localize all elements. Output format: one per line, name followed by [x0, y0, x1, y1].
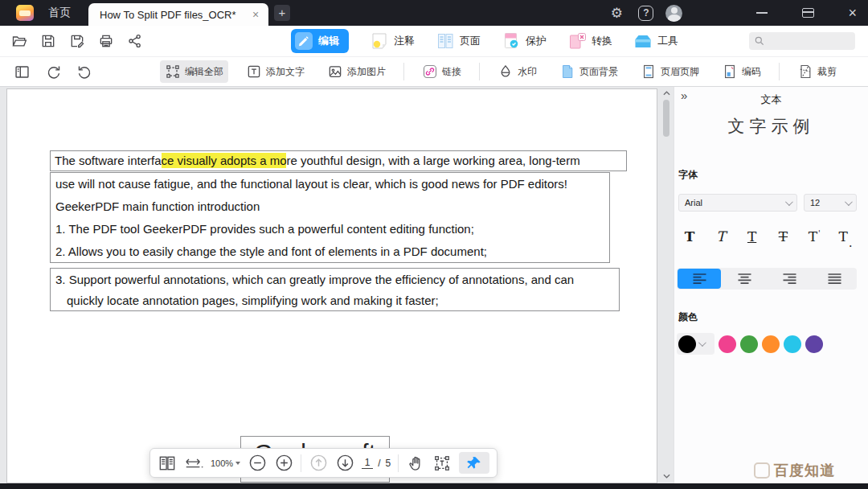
undo-button[interactable] — [76, 63, 93, 80]
document-canvas: The software interface visually adopts a… — [0, 87, 674, 483]
home-button[interactable]: 首页 — [48, 6, 71, 20]
color-swatch-orange[interactable] — [762, 335, 780, 353]
titlebar-controls: ⚙ ? × — [607, 5, 868, 22]
bates-numbering-button[interactable]: 编码 — [717, 60, 766, 83]
color-swatch-black[interactable] — [678, 335, 696, 353]
color-swatch-purple[interactable] — [805, 335, 823, 353]
zoom-in-button[interactable] — [274, 454, 293, 473]
link-button[interactable]: 链接 — [417, 60, 466, 83]
tab-edit-label: 编辑 — [318, 34, 339, 48]
print-button[interactable] — [98, 33, 114, 49]
pin-toolbar-button[interactable] — [459, 452, 489, 474]
tab-page[interactable]: 页面 — [436, 31, 481, 51]
bold-button[interactable]: T — [678, 228, 701, 249]
save-as-button[interactable] — [69, 33, 85, 49]
open-file-button[interactable] — [11, 33, 27, 49]
settings-gear-icon[interactable]: ⚙ — [607, 5, 626, 22]
bates-numbering-label: 编码 — [742, 65, 761, 79]
italic-button[interactable]: T — [710, 228, 732, 249]
color-swatch-pink[interactable] — [719, 335, 736, 353]
next-page-button[interactable] — [335, 454, 354, 473]
align-right-button[interactable] — [768, 269, 811, 289]
text-block-1[interactable]: The software interface visually adopts a… — [50, 150, 627, 171]
tab-annotate[interactable]: 注释 — [370, 31, 415, 51]
text-block-3[interactable]: 3. Support powerful annotations, which c… — [50, 268, 620, 311]
window-close-button[interactable]: × — [848, 6, 857, 20]
tab-protect-label: 保护 — [526, 34, 547, 48]
bates-numbering-icon — [722, 64, 738, 80]
align-justify-button[interactable] — [813, 269, 856, 289]
sidebar-toggle-button[interactable] — [13, 63, 31, 80]
subscript-button[interactable]: T. — [834, 228, 857, 249]
save-button[interactable] — [40, 33, 56, 49]
font-family-value: Arial — [685, 198, 702, 208]
redo-button[interactable] — [44, 63, 62, 80]
window-minimize-button[interactable] — [756, 12, 768, 14]
strikethrough-button[interactable]: T — [772, 228, 794, 249]
help-icon[interactable]: ? — [638, 6, 653, 21]
save-icon — [40, 33, 56, 49]
superscript-button[interactable]: T' — [803, 228, 825, 249]
add-image-button[interactable]: 添加图片 — [322, 60, 391, 83]
document-tab[interactable]: How To Split PDF files_OCR* × — [88, 3, 268, 26]
font-preview-text: 文字示例 — [674, 115, 868, 138]
align-left-button[interactable] — [678, 269, 721, 289]
two-page-view-button[interactable] — [158, 454, 177, 473]
folder-open-icon — [11, 33, 27, 49]
tab-protect[interactable]: 保护 — [502, 31, 547, 51]
share-button[interactable] — [127, 33, 143, 49]
crop-label: 裁剪 — [817, 65, 837, 79]
tab-convert-label: 转换 — [592, 34, 612, 48]
underline-button[interactable]: T — [741, 228, 764, 249]
current-page-input[interactable]: 1 — [362, 457, 373, 469]
vertical-scrollbar[interactable] — [661, 88, 672, 481]
share-icon — [127, 33, 143, 49]
crop-icon — [797, 64, 813, 80]
hand-tool-button[interactable] — [406, 454, 425, 473]
tab-tools[interactable]: 工具 — [633, 31, 678, 51]
window-maximize-button[interactable] — [802, 8, 814, 18]
ribbon-tabs: 编辑 注释 页面 保护 转换 工具 — [291, 29, 678, 53]
new-tab-button[interactable]: + — [274, 5, 290, 21]
color-swatch-cyan[interactable] — [784, 335, 801, 353]
select-text-tool-button[interactable] — [432, 454, 452, 473]
scroll-up-arrow-icon[interactable] — [661, 88, 672, 98]
current-color-button[interactable] — [677, 333, 714, 355]
zoom-level-dropdown[interactable]: 100% — [211, 458, 240, 468]
zoom-out-button[interactable] — [248, 454, 267, 473]
text-block-2[interactable]: use will not cause fatigue, and the func… — [50, 172, 610, 263]
scrollbar-thumb[interactable] — [663, 100, 669, 137]
superscript-glyph: T — [809, 228, 817, 244]
crop-button[interactable]: 裁剪 — [792, 60, 841, 83]
toolbox-icon — [633, 31, 653, 51]
fit-width-button[interactable] — [184, 454, 203, 473]
search-box[interactable] — [749, 32, 855, 50]
color-swatch-green[interactable] — [740, 335, 758, 353]
edit-all-button[interactable]: 编辑全部 — [160, 60, 228, 83]
sticky-note-icon — [370, 31, 389, 51]
tab-close-icon[interactable]: × — [249, 8, 262, 21]
font-size-dropdown[interactable]: 12 — [804, 194, 857, 212]
search-input[interactable] — [765, 35, 845, 47]
toolbar-divider — [403, 63, 404, 80]
previous-page-button[interactable] — [309, 454, 328, 473]
tab-convert[interactable]: 转换 — [567, 31, 612, 51]
scroll-down-arrow-icon[interactable] — [661, 471, 672, 481]
tab-page-label: 页面 — [460, 34, 481, 48]
watermark-button[interactable]: 水印 — [493, 60, 542, 83]
printer-icon — [98, 33, 114, 49]
pdf-page[interactable]: The software interface visually adopts a… — [6, 88, 657, 483]
font-family-dropdown[interactable]: Arial — [678, 194, 797, 212]
toolbar-divider — [779, 63, 780, 80]
total-pages: 5 — [385, 458, 391, 469]
header-footer-label: 页眉页脚 — [661, 65, 699, 79]
user-avatar[interactable] — [665, 5, 682, 22]
header-footer-button[interactable]: 页眉页脚 — [636, 60, 704, 83]
page-background-button[interactable]: 页面背景 — [555, 60, 623, 83]
add-text-button[interactable]: 添加文字 — [241, 60, 309, 83]
align-center-button[interactable] — [723, 269, 766, 289]
align-justify-icon — [827, 273, 842, 285]
toolbar-divider — [398, 454, 399, 472]
select-all-icon — [165, 64, 181, 80]
tab-edit[interactable]: 编辑 — [291, 29, 349, 53]
